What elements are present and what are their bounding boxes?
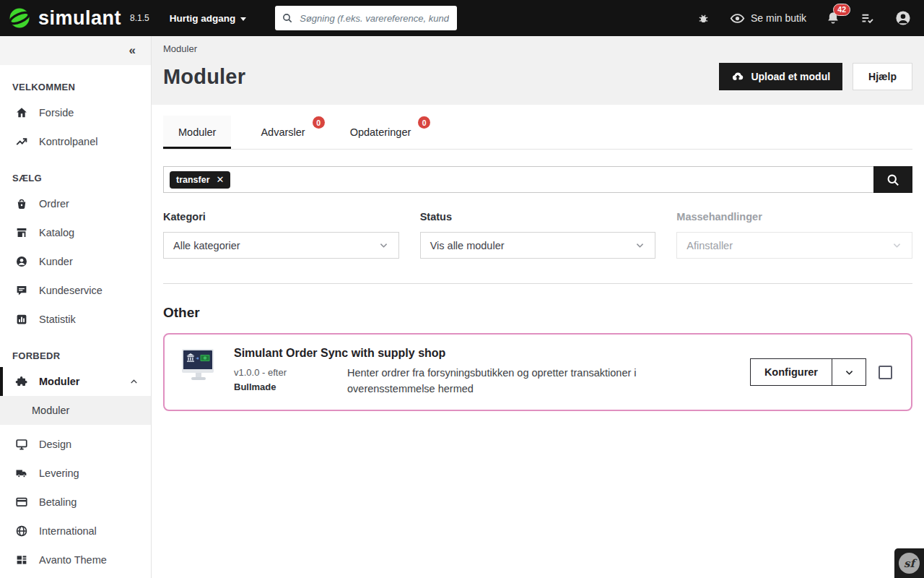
sidebar-item-label: Kontrolpanel bbox=[39, 136, 97, 147]
tab-label: Moduler bbox=[178, 126, 216, 138]
status-select[interactable]: Vis alle moduler bbox=[420, 232, 656, 259]
search-filter-chip[interactable]: transfer ✕ bbox=[170, 171, 230, 189]
sidebar-item-betaling[interactable]: Betaling bbox=[0, 488, 151, 517]
home-icon bbox=[15, 106, 28, 119]
configure-dropdown-toggle[interactable] bbox=[832, 359, 866, 385]
chevron-down-icon bbox=[892, 240, 902, 251]
sidebar-item-forside[interactable]: Forside bbox=[0, 98, 151, 127]
sidebar-item-label: Kunder bbox=[39, 256, 73, 267]
topbar: simulant 8.1.5 Hurtig adgang Se min buti… bbox=[0, 0, 924, 36]
module-description: Henter ordrer fra forsyningsbutikken og … bbox=[347, 366, 658, 397]
global-search-input[interactable] bbox=[298, 12, 450, 25]
puzzle-icon bbox=[15, 375, 28, 388]
trending-up-icon bbox=[15, 135, 28, 148]
bulk-actions-filter: Massehandlinger Afinstaller bbox=[676, 211, 912, 259]
view-shop-link[interactable]: Se min butik bbox=[730, 11, 806, 26]
sidebar-item-international[interactable]: International bbox=[0, 517, 151, 545]
globe-icon bbox=[15, 525, 28, 538]
main-content: Moduler Moduler Upload et modul Hjælp Mo… bbox=[152, 36, 924, 578]
account-avatar-icon[interactable] bbox=[894, 9, 912, 27]
brand-name: simulant bbox=[38, 7, 121, 30]
caret-down-icon bbox=[240, 17, 246, 21]
sidebar-item-kundeservice[interactable]: Kundeservice bbox=[0, 276, 151, 305]
sidebar-section-saelg: SÆLG bbox=[0, 171, 151, 186]
configure-button[interactable]: Konfigurer bbox=[751, 359, 832, 385]
brand-logo[interactable]: simulant bbox=[0, 6, 130, 30]
search-icon bbox=[886, 173, 900, 187]
tab-moduler[interactable]: Moduler bbox=[163, 116, 231, 149]
sidebar-item-katalog[interactable]: Katalog bbox=[0, 218, 151, 247]
tasks-list-check-icon[interactable] bbox=[860, 11, 875, 26]
sidebar-item-avanto-theme[interactable]: Avanto Theme bbox=[0, 545, 151, 574]
status-filter: Status Vis alle moduler bbox=[420, 211, 656, 259]
bulk-actions-label: Massehandlinger bbox=[676, 211, 912, 223]
chevron-down-icon bbox=[378, 240, 389, 251]
sidebar-item-label: Levering bbox=[39, 467, 79, 479]
credit-card-icon bbox=[15, 496, 28, 509]
planet-logo-icon bbox=[7, 6, 32, 30]
quick-access-label: Hurtig adgang bbox=[170, 13, 236, 24]
sidebar-item-moduler[interactable]: Moduler bbox=[0, 367, 151, 396]
upload-module-button[interactable]: Upload et modul bbox=[719, 63, 842, 90]
collapse-icon: « bbox=[129, 43, 136, 58]
sidebar: « VELKOMMEN Forside Kontrolpanel SÆLG Or… bbox=[0, 36, 152, 578]
chip-label: transfer bbox=[176, 175, 210, 185]
category-select[interactable]: Alle kategorier bbox=[163, 232, 399, 259]
module-search-field[interactable]: transfer ✕ bbox=[163, 166, 873, 193]
status-value: Vis alle moduler bbox=[430, 240, 505, 251]
category-value: Alle kategorier bbox=[173, 240, 240, 251]
module-tabs: Moduler Advarsler 0 Opdateringer 0 bbox=[163, 116, 912, 150]
theme-icon bbox=[15, 553, 28, 566]
bulk-actions-value: Afinstaller bbox=[687, 240, 733, 251]
moduler-submenu: Moduler bbox=[0, 396, 151, 425]
upload-module-label: Upload et modul bbox=[751, 71, 830, 82]
module-select-checkbox[interactable] bbox=[879, 366, 892, 379]
version-label: 8.1.5 bbox=[130, 13, 149, 23]
category-filter: Kategori Alle kategorier bbox=[163, 211, 399, 259]
sidebar-item-label: Moduler bbox=[39, 376, 79, 387]
sidebar-item-kontrolpanel[interactable]: Kontrolpanel bbox=[0, 127, 151, 156]
sidebar-item-ordrer[interactable]: Ordrer bbox=[0, 189, 151, 218]
module-logo bbox=[182, 349, 215, 380]
notification-badge: 42 bbox=[833, 4, 850, 16]
sidebar-item-label: Ordrer bbox=[39, 198, 69, 210]
search-icon bbox=[282, 12, 293, 24]
truck-icon bbox=[15, 467, 28, 480]
module-search-button[interactable] bbox=[873, 166, 912, 193]
sidebar-item-design[interactable]: Design bbox=[0, 430, 151, 459]
sidebar-item-statistik[interactable]: Statistik bbox=[0, 305, 151, 334]
sidebar-section-velkommen: VELKOMMEN bbox=[0, 80, 151, 95]
category-label: Kategori bbox=[163, 211, 399, 223]
help-button[interactable]: Hjælp bbox=[853, 63, 912, 90]
module-category-heading: Other bbox=[163, 305, 912, 321]
breadcrumb[interactable]: Moduler bbox=[163, 43, 912, 54]
sidebar-item-label: Forside bbox=[39, 107, 74, 118]
store-icon bbox=[15, 226, 28, 239]
module-author: Bullmade bbox=[234, 380, 347, 394]
status-label: Status bbox=[420, 211, 656, 223]
quick-access-menu[interactable]: Hurtig adgang bbox=[170, 13, 247, 24]
bulk-actions-select[interactable]: Afinstaller bbox=[676, 232, 912, 259]
module-card: Simulant Order Sync with supply shop v1.… bbox=[163, 333, 912, 411]
chevron-up-icon bbox=[129, 377, 139, 387]
page-title: Moduler bbox=[163, 65, 245, 89]
close-icon[interactable]: ✕ bbox=[217, 175, 225, 184]
global-search[interactable] bbox=[275, 6, 457, 30]
notifications-bell[interactable]: 42 bbox=[826, 11, 840, 25]
chat-icon bbox=[15, 284, 28, 297]
debug-bug-icon[interactable] bbox=[697, 12, 710, 25]
basket-icon bbox=[15, 197, 28, 210]
tab-badge: 0 bbox=[418, 116, 430, 129]
tab-advarsler[interactable]: Advarsler 0 bbox=[245, 116, 320, 149]
sidebar-subitem-moduler[interactable]: Moduler bbox=[0, 396, 151, 425]
symfony-profiler-toggle[interactable]: sf bbox=[894, 548, 924, 578]
module-title: Simulant Order Sync with supply shop bbox=[234, 347, 658, 360]
chevron-down-icon bbox=[635, 240, 645, 251]
sidebar-collapse-button[interactable]: « bbox=[0, 36, 151, 65]
divider bbox=[163, 283, 912, 284]
sidebar-item-kunder[interactable]: Kunder bbox=[0, 247, 151, 276]
sidebar-item-levering[interactable]: Levering bbox=[0, 459, 151, 488]
sidebar-item-label: Moduler bbox=[32, 405, 69, 416]
tab-opdateringer[interactable]: Opdateringer 0 bbox=[335, 116, 427, 149]
module-version: v1.0.0 - efter bbox=[234, 366, 347, 380]
